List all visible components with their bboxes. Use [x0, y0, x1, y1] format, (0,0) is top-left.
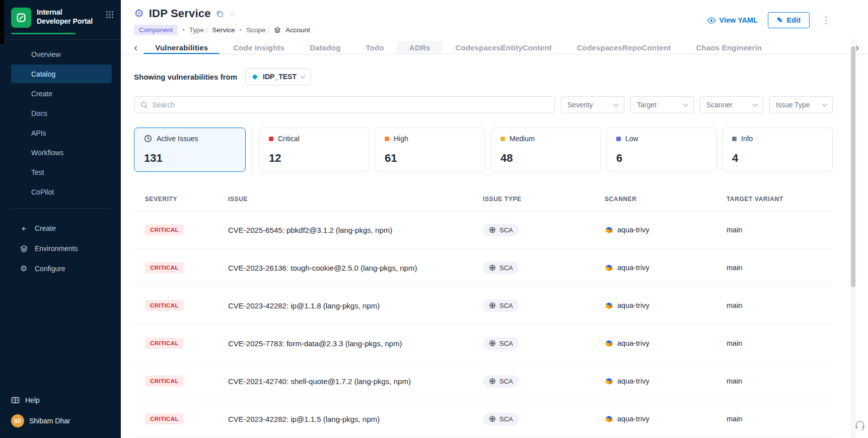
- entity-header-actions: View YAML ✎ Edit ⋮: [707, 7, 833, 28]
- showing-row: Showing vulnerabilities from IDP_TEST: [134, 68, 833, 85]
- target-project-select[interactable]: IDP_TEST: [245, 68, 311, 85]
- dot-separator: •: [240, 26, 242, 34]
- sidebar-action-configure[interactable]: ⚙ Configure: [11, 259, 112, 278]
- severity-filter-select[interactable]: Severity: [561, 96, 624, 113]
- tab-codespaces-entity-content[interactable]: CodespacesEntityContent: [443, 41, 564, 54]
- sidebar-action-label: Create: [35, 224, 56, 232]
- brand: Internal Developer Portal: [0, 0, 121, 32]
- target-filter-select[interactable]: Target: [630, 96, 694, 113]
- sidebar-item-create[interactable]: Create: [11, 84, 112, 103]
- target-variant-cell: main: [727, 415, 833, 423]
- sidebar-action-label: Environments: [35, 244, 78, 253]
- severity-badge: CRITICAL: [145, 300, 184, 311]
- eye-icon: [707, 17, 716, 24]
- sidebar-item-copilot[interactable]: CoPilot: [11, 182, 112, 201]
- copy-name-button[interactable]: [216, 10, 224, 18]
- sca-icon: [489, 415, 496, 422]
- aqua-trivy-icon: [605, 339, 613, 348]
- vertical-scrollbar-track[interactable]: [850, 39, 856, 438]
- tab-adrs[interactable]: ADRs: [397, 41, 443, 54]
- high-card[interactable]: High 61: [375, 128, 485, 172]
- scanner-label: aqua-trivy: [617, 301, 649, 309]
- sidebar-item-apis[interactable]: APIs: [11, 123, 112, 142]
- scanner-filter-select[interactable]: Scanner: [700, 96, 763, 113]
- scanner-cell: aqua-trivy: [605, 415, 727, 423]
- chevron-down-icon: [300, 73, 305, 78]
- type-label: Type :: [189, 26, 208, 34]
- entity-title-row: ⚙ IDP Service ☆: [134, 7, 310, 20]
- column-header-scanner: SCANNER: [605, 196, 727, 203]
- sidebar-action-create[interactable]: + Create: [11, 219, 112, 238]
- issue-cell: CVE-2021-42740: shell-quote@1.7.2 (lang-…: [228, 377, 483, 386]
- support-widget-button[interactable]: [854, 420, 865, 432]
- issue-type-pill: SCA: [483, 375, 519, 388]
- tab-vulnerabilities[interactable]: Vulnerabilities: [142, 41, 221, 54]
- scanner-cell: aqua-trivy: [605, 264, 727, 272]
- tab-chaos-engineering[interactable]: Chaos Engineerin: [684, 41, 775, 54]
- tab-todo[interactable]: Todo: [353, 41, 397, 54]
- project-icon: [252, 74, 258, 80]
- scanner-cell: aqua-trivy: [605, 377, 727, 386]
- sidebar-item-overview[interactable]: Overview: [11, 45, 112, 64]
- table-row[interactable]: CRITICAL CVE-2023-26136: tough-cookie@2.…: [134, 249, 833, 287]
- sidebar-bottom: Help SD Shibam Dhar: [0, 391, 121, 438]
- tab-codespaces-repo-content[interactable]: CodespacesRepoContent: [564, 41, 684, 54]
- scanner-cell: aqua-trivy: [605, 339, 727, 348]
- avatar: SD: [11, 414, 24, 427]
- info-card[interactable]: Info 4: [722, 128, 833, 172]
- sidebar-actions: + Create Environments ⚙ Configure: [0, 214, 121, 280]
- tab-datadog[interactable]: Datadog: [297, 41, 353, 54]
- pencil-icon: ✎: [777, 16, 783, 24]
- scope-value: Account: [285, 26, 310, 34]
- aqua-trivy-icon: [605, 415, 613, 423]
- sidebar-item-catalog[interactable]: Catalog: [11, 65, 112, 83]
- tabs-scroll-left-chevron-icon[interactable]: ‹: [129, 42, 142, 53]
- summary-cards-row: Active Issues 131 Critical 12 High 61: [134, 128, 833, 172]
- sidebar-item-docs[interactable]: Docs: [11, 104, 112, 122]
- medium-card[interactable]: Medium 48: [490, 128, 601, 172]
- issue-type-filter-select[interactable]: Issue Type: [769, 96, 833, 113]
- vertical-scrollbar-thumb[interactable]: [851, 46, 855, 287]
- tab-code-insights[interactable]: Code Insights: [221, 41, 297, 54]
- view-yaml-button[interactable]: View YAML: [707, 16, 758, 24]
- brand-title: Internal Developer Portal: [37, 8, 93, 26]
- help-button[interactable]: Help: [11, 391, 110, 410]
- favorite-star-icon[interactable]: ☆: [229, 9, 236, 19]
- chevron-down-icon: [614, 101, 619, 106]
- apps-grid-button[interactable]: [106, 11, 114, 21]
- search-input[interactable]: [153, 101, 548, 109]
- main-panel: ⚙ IDP Service ☆ Component • Type : Servi…: [121, 0, 868, 438]
- low-count: 6: [616, 152, 707, 165]
- issue-type-label: SCA: [499, 378, 513, 385]
- environments-icon: [19, 245, 28, 253]
- table-row[interactable]: CRITICAL CVE-2025-7783: form-data@2.3.3 …: [134, 325, 833, 362]
- table-row[interactable]: CRITICAL CVE-2021-42740: shell-quote@1.7…: [134, 362, 833, 400]
- target-variant-cell: main: [727, 226, 833, 234]
- sidebar-item-workflows[interactable]: Workflows: [11, 143, 112, 162]
- table-row[interactable]: CRITICAL CVE-2023-42282: ip@1.1.5 (lang-…: [134, 400, 833, 438]
- help-label: Help: [25, 396, 40, 404]
- issue-type-label: SCA: [499, 415, 513, 423]
- user-menu[interactable]: SD Shibam Dhar: [11, 410, 110, 432]
- medium-label: Medium: [510, 135, 535, 143]
- sidebar: Internal Developer Portal Overview Catal…: [0, 0, 121, 438]
- more-options-kebab-icon[interactable]: ⋮: [820, 15, 833, 26]
- edit-button[interactable]: ✎ Edit: [768, 12, 810, 28]
- table-row[interactable]: CRITICAL CVE-2023-42282: ip@1.1.8 (lang-…: [134, 287, 833, 325]
- critical-card[interactable]: Critical 12: [259, 128, 370, 172]
- issue-type-label: SCA: [499, 226, 513, 234]
- aqua-trivy-icon: [605, 226, 613, 234]
- critical-label: Critical: [278, 135, 300, 143]
- sca-icon: [489, 340, 496, 347]
- brand-logo[interactable]: [11, 8, 31, 28]
- brand-logo-icon: [16, 12, 27, 23]
- scanner-label: aqua-trivy: [617, 339, 649, 347]
- low-card[interactable]: Low 6: [606, 128, 717, 172]
- scanner-label: aqua-trivy: [617, 226, 649, 234]
- sca-icon: [489, 378, 496, 385]
- active-issues-card[interactable]: Active Issues 131: [134, 128, 246, 172]
- medium-severity-square-icon: [500, 137, 505, 141]
- sidebar-item-test[interactable]: Test: [11, 163, 112, 181]
- sidebar-action-environments[interactable]: Environments: [11, 239, 112, 258]
- table-row[interactable]: CRITICAL CVE-2025-6545: pbkdf2@3.1.2 (la…: [134, 211, 833, 249]
